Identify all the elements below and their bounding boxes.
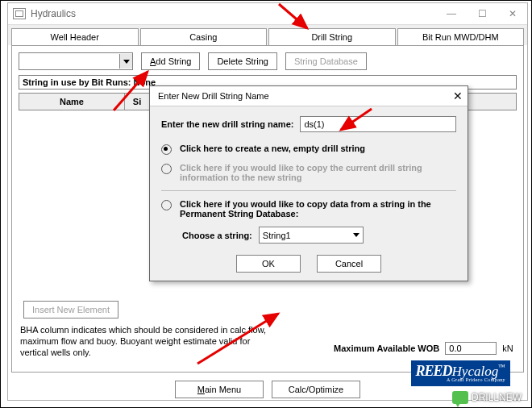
dialog-titlebar: Enter New Drill String Name ✕ [150, 86, 468, 106]
chevron-down-icon [119, 54, 132, 69]
main-menu-button[interactable]: Main Menu [175, 381, 264, 398]
choose-string-combo[interactable]: String1 [259, 227, 364, 244]
radio-copy-current[interactable] [161, 164, 172, 174]
tab-drill-string[interactable]: Drill String [268, 28, 396, 45]
calc-optimize-button[interactable]: Calc/Optimize [272, 381, 360, 398]
cancel-button[interactable]: Cancel [317, 255, 381, 273]
string-name-input[interactable] [300, 116, 456, 132]
tab-bar: Well Header Casing Drill String Bit Run … [8, 25, 527, 45]
tab-casing[interactable]: Casing [140, 28, 268, 45]
name-label: Enter the new drill string name: [161, 119, 293, 129]
minimize-button[interactable]: — [442, 8, 461, 19]
brand-logo: REEDHycalog™ A Grant Prideco Company [411, 360, 510, 386]
add-string-button[interactable]: Add String [141, 52, 200, 70]
radio-copy-current-label: Click here if you would like to copy the… [180, 163, 456, 182]
dialog-close-button[interactable]: ✕ [453, 90, 463, 102]
radio-new-empty-label: Click here to create a new, empty drill … [180, 144, 365, 155]
tab-bit-run[interactable]: Bit Run MWD/DHM [397, 28, 525, 45]
watermark: DRILLNEW [452, 391, 522, 404]
radio-copy-db-label: Click here if you would like to copy dat… [180, 199, 456, 219]
col-si: Si [125, 94, 150, 110]
bha-note: BHA column indicates which should be con… [20, 325, 278, 358]
wob-value[interactable]: 0.0 [445, 342, 497, 355]
maximize-button[interactable]: ☐ [472, 8, 492, 19]
app-icon [13, 8, 26, 19]
delete-string-button[interactable]: Delete String [208, 52, 277, 70]
string-combo[interactable] [19, 52, 133, 70]
new-string-dialog: Enter New Drill String Name ✕ Enter the … [149, 85, 468, 281]
chevron-down-icon [353, 233, 360, 237]
col-name: Name [19, 94, 125, 110]
radio-new-empty[interactable] [161, 144, 172, 155]
tab-well-header[interactable]: Well Header [11, 28, 139, 45]
choose-label: Choose a string: [182, 231, 252, 240]
wob-row: Maximum Available WOB 0.0 kN [334, 342, 513, 355]
window-title: Hydraulics [31, 8, 76, 19]
close-button[interactable]: ✕ [503, 8, 522, 19]
insert-element-button[interactable]: Insert New Element [23, 301, 118, 318]
string-database-button[interactable]: String Database [285, 52, 367, 70]
titlebar: Hydraulics — ☐ ✕ [8, 3, 527, 25]
dialog-title: Enter New Drill String Name [158, 91, 269, 101]
ok-button[interactable]: OK [236, 255, 301, 273]
radio-copy-db[interactable] [161, 200, 172, 210]
chat-icon [452, 391, 468, 404]
